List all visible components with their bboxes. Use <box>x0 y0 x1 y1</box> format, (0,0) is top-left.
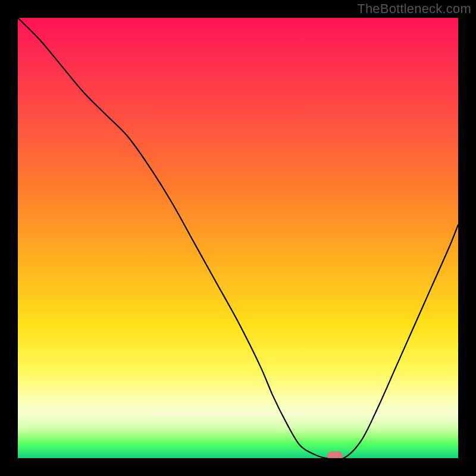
bottleneck-curve <box>18 18 458 458</box>
watermark-text: TheBottleneck.com <box>357 1 471 17</box>
chart-frame: TheBottleneck.com <box>0 0 476 476</box>
plot-area <box>18 18 458 458</box>
optimal-marker <box>327 452 343 459</box>
